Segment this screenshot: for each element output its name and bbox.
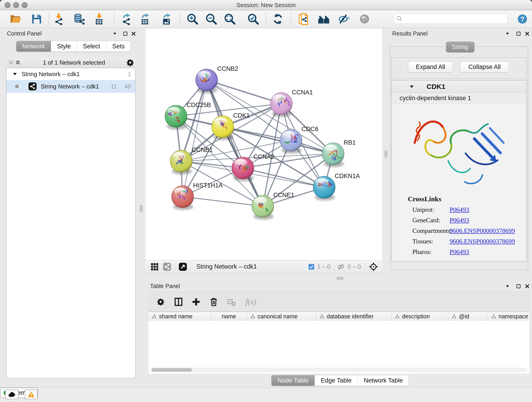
- share-document-button[interactable]: [297, 12, 310, 26]
- warnings-button[interactable]: [25, 390, 38, 399]
- crosslink-link[interactable]: P06493: [450, 217, 469, 224]
- grid-view-button[interactable]: [149, 261, 160, 272]
- expander-icon[interactable]: [409, 84, 415, 89]
- column-header-name[interactable]: name: [211, 312, 247, 321]
- node-CDKN1A[interactable]: [313, 176, 335, 201]
- import-database-button[interactable]: [72, 12, 86, 26]
- table-panel-close-button[interactable]: [524, 283, 531, 290]
- collapse-all-button[interactable]: Collapse All: [460, 61, 509, 72]
- zoom-fit-button[interactable]: [223, 12, 236, 26]
- network-tree-root-row[interactable]: String Network – cdk1 1: [6, 68, 135, 80]
- results-entry-header[interactable]: CDK1: [392, 80, 526, 93]
- tab-sets[interactable]: Sets: [106, 41, 131, 51]
- node-CCNB1[interactable]: [170, 150, 192, 174]
- control-panel-collapse-button[interactable]: [111, 30, 118, 37]
- column-header-canonical-name[interactable]: canonical name: [247, 312, 316, 321]
- scrollbar-thumb[interactable]: [152, 368, 192, 372]
- show-graphics-button[interactable]: [358, 12, 371, 26]
- save-session-button[interactable]: [30, 12, 43, 26]
- node-CCNB2[interactable]: [196, 69, 218, 93]
- create-column-button[interactable]: [191, 296, 202, 307]
- fit-selected-button[interactable]: [368, 261, 379, 272]
- network-tree-row-selected[interactable]: String Network – cdk1 11 48: [6, 80, 135, 93]
- tab-node-table[interactable]: Node Table: [272, 375, 315, 386]
- tab-select[interactable]: Select: [77, 41, 106, 51]
- string-home-icon: [318, 13, 330, 25]
- column-header-database-identifier[interactable]: database identifier: [316, 312, 392, 321]
- node-CCNE1[interactable]: [252, 195, 274, 220]
- status-bar: Memory: [0, 387, 532, 402]
- control-panel-float-button[interactable]: [122, 30, 129, 37]
- import-table-button[interactable]: [93, 12, 106, 26]
- double-chevron-up-icon: [15, 59, 21, 66]
- control-panel-close-button[interactable]: [130, 30, 137, 37]
- results-panel-float-button[interactable]: [515, 30, 522, 37]
- crosslink-link[interactable]: P06493: [450, 248, 469, 255]
- tab-edge-table[interactable]: Edge Table: [315, 375, 358, 386]
- hierarchy-icon: [152, 314, 157, 319]
- crosslink-row: Pharos:P06493: [412, 248, 522, 255]
- import-network-button[interactable]: [52, 12, 65, 26]
- zoom-selected-icon: [247, 13, 259, 25]
- horizontal-scrollbar[interactable]: [150, 368, 527, 372]
- node-RB1[interactable]: [322, 143, 344, 167]
- delete-table-button[interactable]: [226, 296, 237, 307]
- network-canvas[interactable]: CCNB2CCNA1CDC25BCDK1CDC6RB1CCNB1CCNA2CDK…: [146, 28, 382, 260]
- table-panel-float-button[interactable]: [515, 283, 522, 290]
- column-header-namespace[interactable]: namespace: [488, 312, 532, 321]
- export-network-button[interactable]: [120, 12, 133, 26]
- splitter-handle[interactable]: [140, 205, 143, 212]
- refresh-button[interactable]: [271, 12, 285, 26]
- help-button[interactable]: ?: [516, 12, 529, 26]
- column-header-@id[interactable]: @id: [448, 312, 488, 321]
- tab-network[interactable]: Network: [16, 41, 51, 51]
- window-title: Session: New Session: [0, 2, 532, 9]
- zoom-in-button[interactable]: [186, 12, 199, 26]
- network-graph[interactable]: CCNB2CCNA1CDC25BCDK1CDC6RB1CCNB1CCNA2CDK…: [146, 28, 382, 260]
- hidden-eye-icon[interactable]: [337, 263, 345, 271]
- search-field[interactable]: [404, 15, 505, 22]
- zoom-out-button[interactable]: [205, 12, 218, 26]
- tab-style[interactable]: Style: [51, 41, 77, 51]
- gene-description-row: cyclin-dependent kinase 1: [392, 93, 526, 104]
- node-CCNA2[interactable]: [232, 157, 254, 181]
- expander-icon[interactable]: [12, 71, 18, 77]
- svg-text:CCNA1: CCNA1: [292, 89, 313, 96]
- column-header-description[interactable]: description: [392, 312, 448, 321]
- expand-all-button[interactable]: Expand All: [408, 61, 453, 72]
- collapse-all-networks-button[interactable]: [7, 59, 14, 66]
- search-input[interactable]: [394, 13, 508, 24]
- zoom-selected-button[interactable]: [247, 12, 260, 26]
- cloud-button[interactable]: [5, 390, 19, 399]
- network-options-button[interactable]: [127, 59, 133, 66]
- delete-column-button[interactable]: [208, 296, 219, 307]
- splitter-handle[interactable]: [336, 277, 344, 280]
- birdseye-view-button[interactable]: [177, 261, 188, 272]
- tab-string[interactable]: String: [446, 42, 474, 52]
- crosslink-link[interactable]: 9606.ENSP00000378699: [450, 238, 515, 245]
- show-columns-button[interactable]: [173, 296, 184, 307]
- node-CDC6[interactable]: [280, 129, 302, 153]
- table-panel-collapse-button[interactable]: [504, 283, 511, 290]
- export-table-button[interactable]: [138, 12, 152, 26]
- string-view-button[interactable]: [162, 261, 172, 272]
- results-panel-collapse-button[interactable]: [504, 30, 511, 37]
- string-home-button[interactable]: [317, 12, 330, 26]
- column-header-shared-name[interactable]: shared name: [148, 312, 211, 321]
- crosslink-link[interactable]: 9606.ENSP00000378699: [450, 227, 515, 235]
- splitter-handle[interactable]: [385, 150, 387, 158]
- hide-graphics-button[interactable]: [337, 12, 351, 26]
- export-image-button[interactable]: [160, 12, 173, 26]
- open-session-button[interactable]: [9, 12, 22, 26]
- tab-network-table[interactable]: Network Table: [358, 375, 409, 386]
- selected-checkbox-icon[interactable]: [308, 263, 315, 270]
- node-CDK1[interactable]: [212, 116, 234, 140]
- expand-all-networks-button[interactable]: [14, 59, 21, 66]
- node-CCNA1[interactable]: [270, 93, 292, 117]
- table-options-button[interactable]: [155, 296, 166, 307]
- function-builder-button[interactable]: f(x): [242, 296, 260, 307]
- node-CDC25B[interactable]: [165, 105, 187, 129]
- results-panel-close-button[interactable]: [524, 30, 531, 37]
- node-HIST1H1A[interactable]: [172, 186, 194, 210]
- crosslink-link[interactable]: P06493: [450, 206, 469, 213]
